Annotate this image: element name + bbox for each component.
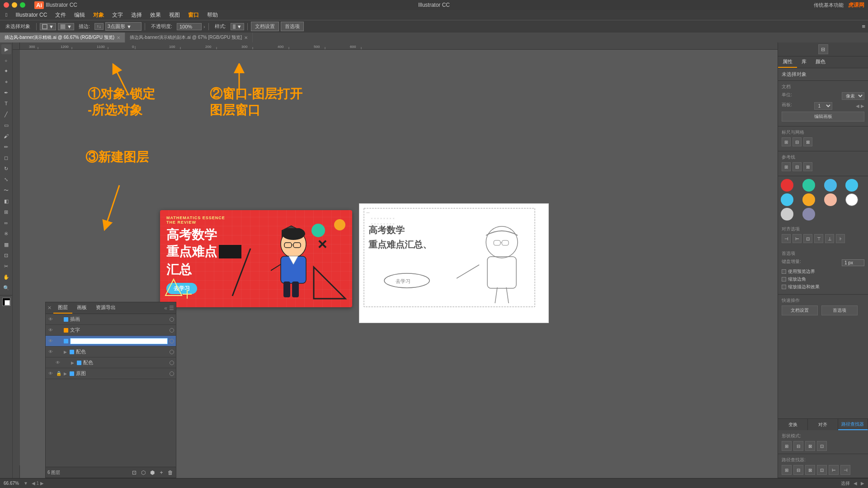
column-chart-tool[interactable]: ▦: [1, 239, 11, 249]
artboard-tool[interactable]: ⊡: [1, 250, 11, 260]
layer-row-text[interactable]: 👁 文字: [46, 325, 176, 336]
status-nav-next[interactable]: ▶: [861, 481, 864, 486]
layer-lock-original[interactable]: 🔒: [56, 371, 62, 377]
menu-select[interactable]: 选择: [127, 10, 146, 20]
color-swatch-skyblue[interactable]: [824, 179, 837, 192]
rect-tool[interactable]: ▭: [1, 120, 11, 130]
layer-lock-text[interactable]: [56, 327, 62, 333]
color-swatch-purple[interactable]: [802, 208, 815, 221]
rp-path-btn-4[interactable]: ⊡: [817, 465, 827, 475]
rp-tab-properties[interactable]: 属性: [778, 56, 797, 68]
gradient-tool[interactable]: ◧: [1, 196, 11, 206]
layer-visibility-text[interactable]: 👁: [47, 327, 54, 333]
opacity-input[interactable]: [177, 23, 202, 30]
rp-guide-btn-2[interactable]: ⊟: [793, 162, 802, 171]
layers-panel-close[interactable]: ✕: [46, 303, 53, 313]
layer-expand-icon-colors-sub[interactable]: ▶: [71, 361, 74, 365]
rp-scale-strokes-checkbox[interactable]: [782, 285, 786, 289]
slice-tool[interactable]: ✂: [1, 261, 11, 271]
layers-menu-icon[interactable]: ☰: [169, 305, 174, 311]
rp-snap-edges-checkbox[interactable]: [782, 269, 786, 274]
style-dropdown[interactable]: ▼: [231, 23, 244, 30]
layer-visibility-colors[interactable]: 👁: [47, 349, 54, 355]
rp-path-btn-2[interactable]: ⊟: [793, 465, 803, 475]
layer-visibility-new[interactable]: 👁: [47, 338, 54, 344]
layers-template-btn[interactable]: ⬢: [149, 469, 156, 476]
rp-shape-btn-2[interactable]: ⊟: [793, 441, 803, 451]
layers-tab-layers[interactable]: 图层: [53, 302, 72, 314]
rp-path-btn-6[interactable]: ⊣: [840, 465, 850, 475]
layer-target-text[interactable]: [170, 328, 174, 333]
tab-close-2[interactable]: ✕: [244, 35, 248, 40]
menu-view[interactable]: 视图: [165, 10, 184, 20]
rp-shape-btn-1[interactable]: ⊞: [782, 441, 792, 451]
rp-shape-btn-4[interactable]: ⊡: [817, 441, 827, 451]
menu-text[interactable]: 文字: [108, 10, 127, 20]
rp-board-select[interactable]: 1: [814, 102, 832, 110]
rp-align-center-btn[interactable]: ⊢: [793, 234, 802, 243]
rp-doc-settings-btn[interactable]: 文档设置: [782, 305, 818, 315]
rp-grid-btn[interactable]: ⊟: [793, 137, 802, 146]
rp-align-top-btn[interactable]: ⊤: [814, 234, 823, 243]
magic-wand-tool[interactable]: ✦: [1, 66, 11, 76]
symbol-tool[interactable]: ※: [1, 229, 11, 239]
rotate-tool[interactable]: ↻: [1, 164, 11, 174]
mesh-tool[interactable]: ⊞: [1, 207, 11, 217]
color-swatch-orange[interactable]: [802, 193, 815, 206]
layers-tab-export[interactable]: 资源导出: [91, 302, 120, 314]
color-swatch-teal[interactable]: [802, 179, 815, 192]
stroke-dropdown[interactable]: ↑↓: [94, 23, 104, 30]
color-swatch-cyan2[interactable]: [781, 193, 793, 206]
rp-tab-library[interactable]: 库: [797, 56, 811, 68]
menu-object[interactable]: 对象: [90, 10, 108, 20]
rp-align-mid-btn[interactable]: ⊥: [825, 234, 834, 243]
layer-target-colors[interactable]: [170, 350, 174, 354]
rp-corner-checkbox[interactable]: [782, 277, 786, 282]
blend-tool[interactable]: ∞: [1, 218, 11, 228]
close-button[interactable]: [4, 2, 9, 8]
rp-path-btn-5[interactable]: ⊢: [829, 465, 839, 475]
menu-window[interactable]: 窗口: [184, 10, 203, 20]
menu-apple[interactable]: : [2, 11, 11, 19]
doc-settings-button[interactable]: 文档设置: [251, 22, 279, 31]
rp-tab-align[interactable]: 对齐: [808, 419, 838, 430]
layer-row-illustration[interactable]: 👁 插画: [46, 314, 176, 325]
layers-new-layer-btn[interactable]: +: [158, 469, 165, 476]
rp-guide-btn-1[interactable]: ⊞: [782, 162, 791, 171]
layers-move-selection-btn[interactable]: ⬡: [140, 469, 147, 476]
menu-effect[interactable]: 效果: [146, 10, 165, 20]
layer-target-original[interactable]: [170, 371, 174, 376]
zoom-tool[interactable]: 🔍: [1, 283, 11, 293]
fill-color-picker[interactable]: ▼: [58, 23, 74, 30]
rp-snap-btn[interactable]: ⊠: [803, 137, 812, 146]
stroke-color-picker[interactable]: ▼: [40, 23, 56, 30]
rp-path-btn-1[interactable]: ⊞: [782, 465, 792, 475]
rp-unit-select[interactable]: 像素 毫米 厘米: [842, 92, 864, 100]
color-swatch-lightgray[interactable]: [781, 208, 793, 221]
layer-lock-illustration[interactable]: [56, 316, 62, 323]
layer-visibility-original[interactable]: 👁: [47, 371, 54, 377]
text-tool[interactable]: T: [1, 99, 11, 108]
rp-tab-color[interactable]: 颜色: [811, 56, 830, 68]
tab-file-1[interactable]: 插边风-banner演示精稿.ai @ 66.67% (RGB/GPU 预览) …: [0, 33, 125, 42]
pencil-tool[interactable]: ✏: [1, 142, 11, 152]
layer-target-illustration[interactable]: [170, 317, 174, 322]
layer-expand-icon-original[interactable]: ▶: [64, 371, 67, 376]
layer-lock-colors[interactable]: [56, 349, 62, 355]
preferences-button[interactable]: 首选项: [281, 22, 304, 31]
status-nav-prev[interactable]: ◀: [854, 481, 857, 486]
menu-edit[interactable]: 编辑: [71, 10, 89, 20]
color-swatch-cyan[interactable]: [845, 179, 858, 192]
paintbrush-tool[interactable]: 🖌: [1, 131, 11, 141]
layer-row-original[interactable]: 👁 🔒 ▶ 原图: [46, 368, 176, 379]
rp-edit-board-btn[interactable]: 编辑画板: [782, 112, 864, 122]
layer-target-new[interactable]: [170, 339, 174, 343]
selection-tool[interactable]: ▶: [1, 44, 11, 54]
rp-align-bot-btn[interactable]: ⊦: [836, 234, 845, 243]
rp-guide-btn-3[interactable]: ⊠: [803, 162, 812, 171]
rp-prefs-btn[interactable]: 首选项: [821, 305, 858, 315]
layer-lock-new[interactable]: [56, 338, 62, 344]
warp-tool[interactable]: 〜: [1, 185, 11, 195]
eraser-tool[interactable]: ◻: [1, 153, 11, 163]
stroke-width-dropdown[interactable]: 3点圆形 ▼: [105, 22, 142, 31]
